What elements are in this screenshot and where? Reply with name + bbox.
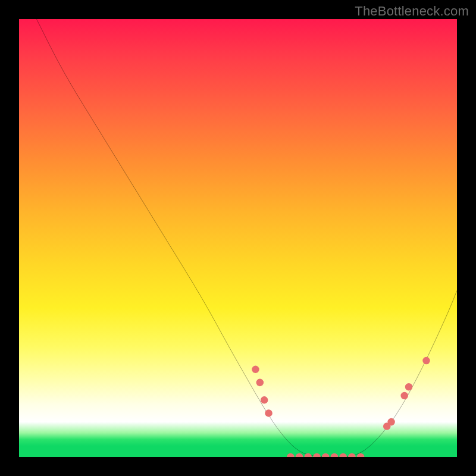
- bottleneck-curve: [36, 19, 457, 457]
- chart-svg: [19, 19, 457, 457]
- point-floor-d: [313, 453, 321, 457]
- point-floor-g: [339, 453, 347, 457]
- point-right-cluster-c: [400, 392, 408, 400]
- point-floor-a: [287, 453, 295, 457]
- point-floor-b: [296, 453, 303, 457]
- point-right-cluster-b: [387, 418, 395, 426]
- point-floor-h: [348, 453, 356, 457]
- attribution-label: TheBottleneck.com: [355, 4, 469, 19]
- point-left-cluster-c: [261, 396, 268, 404]
- point-floor-c: [305, 453, 312, 457]
- point-left-cluster-d: [265, 409, 273, 417]
- chart-stage: TheBottleneck.com: [0, 0, 476, 476]
- point-right-cluster-d: [405, 383, 413, 391]
- point-right-outlier: [422, 357, 430, 365]
- point-left-cluster-b: [256, 379, 264, 387]
- data-points: [252, 357, 430, 457]
- point-floor-e: [322, 453, 330, 457]
- plot-area: [19, 19, 457, 457]
- point-floor-f: [331, 453, 339, 457]
- point-left-cluster-a: [252, 366, 259, 374]
